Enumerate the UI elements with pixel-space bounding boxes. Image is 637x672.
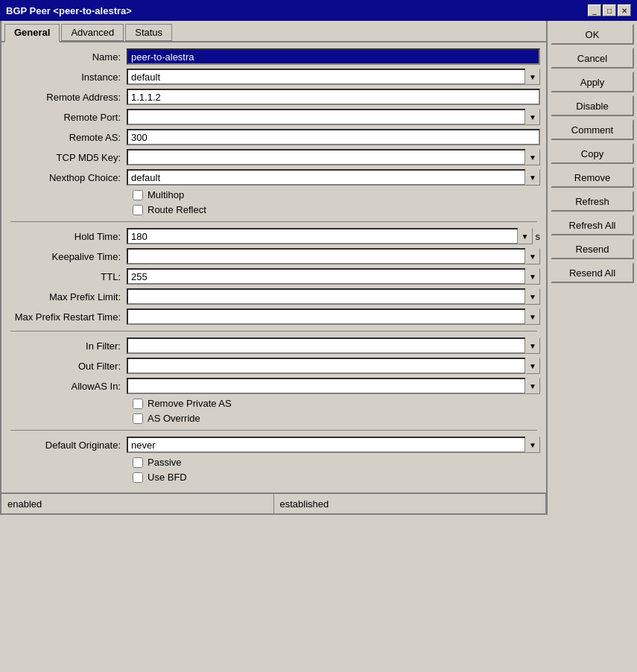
main-container: General Advanced Status Name: Instance: …: [0, 21, 637, 515]
multihop-checkbox[interactable]: [133, 190, 143, 200]
as-override-checkbox[interactable]: [133, 413, 143, 424]
hold-time-row: Hold Time: ▼ s: [7, 228, 540, 244]
remote-address-label: Remote Address:: [7, 92, 127, 103]
bgp-peer-window: BGP Peer <peer-to-alestra> _ □ ✕ General…: [0, 0, 637, 515]
refresh-button[interactable]: Refresh: [551, 191, 634, 212]
out-filter-dropdown: ▼: [127, 358, 540, 374]
status-enabled: enabled: [1, 494, 274, 513]
remote-as-input[interactable]: [127, 129, 540, 145]
passive-checkbox[interactable]: [133, 457, 143, 468]
tab-advanced[interactable]: Advanced: [61, 24, 124, 41]
instance-input[interactable]: [127, 69, 526, 85]
allowas-in-dropdown-btn[interactable]: ▼: [525, 378, 540, 394]
cancel-button[interactable]: Cancel: [551, 48, 634, 69]
passive-label: Passive: [148, 457, 182, 468]
resend-all-button[interactable]: Resend All: [551, 262, 634, 283]
nexthop-input[interactable]: [127, 169, 526, 186]
ttl-dropdown-btn[interactable]: ▼: [525, 268, 540, 285]
ok-button[interactable]: OK: [551, 24, 634, 45]
remove-private-as-row: Remove Private AS: [7, 398, 540, 409]
out-filter-input[interactable]: [127, 358, 526, 374]
in-filter-dropdown-btn[interactable]: ▼: [525, 337, 540, 354]
maximize-button[interactable]: □: [603, 4, 616, 16]
use-bfd-checkbox[interactable]: [133, 472, 143, 483]
nexthop-label: Nexthop Choice:: [7, 172, 127, 183]
apply-button[interactable]: Apply: [551, 72, 634, 92]
tcp-md5-dropdown: ▼: [127, 149, 540, 165]
remove-button[interactable]: Remove: [551, 167, 634, 188]
max-prefix-limit-dropdown-btn[interactable]: ▼: [525, 288, 540, 305]
max-prefix-limit-dropdown: ▼: [127, 288, 540, 305]
name-row: Name:: [7, 48, 540, 65]
title-bar: BGP Peer <peer-to-alestra> _ □ ✕: [0, 0, 637, 21]
copy-button[interactable]: Copy: [551, 143, 634, 164]
route-reflect-label: Route Reflect: [148, 204, 206, 215]
max-prefix-restart-label: Max Prefix Restart Time:: [7, 311, 127, 323]
route-reflect-checkbox[interactable]: [133, 205, 143, 215]
out-filter-label: Out Filter:: [7, 361, 127, 372]
default-originate-dropdown: ▼: [127, 437, 540, 453]
instance-dropdown-btn[interactable]: ▼: [525, 69, 540, 85]
hold-time-label: Hold Time:: [7, 231, 127, 242]
ttl-label: TTL:: [7, 271, 127, 282]
instance-dropdown: ▼: [127, 69, 540, 85]
tcp-md5-input[interactable]: [127, 149, 526, 165]
status-bar: enabled established: [1, 492, 546, 513]
use-bfd-row: Use BFD: [7, 472, 540, 483]
comment-button[interactable]: Comment: [551, 119, 634, 140]
close-button[interactable]: ✕: [618, 4, 631, 16]
multihop-row: Multihop: [7, 189, 540, 200]
tab-status[interactable]: Status: [125, 24, 172, 41]
default-originate-label: Default Originate:: [7, 440, 127, 451]
remote-port-dropdown-btn[interactable]: ▼: [525, 109, 540, 125]
refresh-all-button[interactable]: Refresh All: [551, 215, 634, 235]
ttl-input[interactable]: [127, 268, 526, 285]
max-prefix-limit-row: Max Prefix Limit: ▼: [7, 288, 540, 305]
nexthop-dropdown: ▼: [127, 169, 540, 186]
hold-time-dropdown-btn[interactable]: ▼: [518, 228, 533, 244]
hold-time-dropdown: ▼: [127, 228, 533, 244]
status-established: established: [274, 494, 547, 513]
remove-private-as-checkbox[interactable]: [133, 399, 143, 409]
ttl-dropdown: ▼: [127, 268, 540, 285]
out-filter-dropdown-btn[interactable]: ▼: [525, 358, 540, 374]
allowas-in-label: AllowAS In:: [7, 381, 127, 392]
out-filter-row: Out Filter: ▼: [7, 358, 540, 374]
form-area: General Advanced Status Name: Instance: …: [0, 21, 548, 515]
max-prefix-restart-dropdown-btn[interactable]: ▼: [525, 308, 540, 325]
allowas-in-input[interactable]: [127, 378, 526, 394]
tab-general[interactable]: General: [4, 24, 60, 42]
as-override-label: AS Override: [148, 413, 200, 424]
default-originate-input[interactable]: [127, 437, 526, 453]
remote-address-input[interactable]: [127, 89, 540, 105]
name-label: Name:: [7, 51, 127, 63]
nexthop-dropdown-btn[interactable]: ▼: [525, 169, 540, 186]
name-input[interactable]: [127, 48, 540, 65]
separator-3: [10, 430, 537, 431]
max-prefix-restart-input[interactable]: [127, 308, 526, 325]
window-title: BGP Peer <peer-to-alestra>: [6, 5, 132, 16]
remove-private-as-label: Remove Private AS: [148, 398, 232, 409]
resend-button[interactable]: Resend: [551, 238, 634, 259]
separator-1: [10, 221, 537, 222]
hold-time-input[interactable]: [127, 228, 519, 244]
nexthop-row: Nexthop Choice: ▼: [7, 169, 540, 186]
max-prefix-limit-input[interactable]: [127, 288, 526, 305]
keepalive-dropdown: ▼: [127, 248, 540, 264]
hold-time-suffix: s: [536, 231, 541, 242]
in-filter-row: In Filter: ▼: [7, 337, 540, 354]
keepalive-label: Keepalive Time:: [7, 251, 127, 262]
form-content: Name: Instance: ▼ Remote Address:: [1, 42, 546, 492]
remote-port-input[interactable]: [127, 109, 526, 125]
keepalive-dropdown-btn[interactable]: ▼: [525, 248, 540, 264]
minimize-button[interactable]: _: [588, 4, 601, 16]
max-prefix-restart-dropdown: ▼: [127, 308, 540, 325]
remote-port-label: Remote Port:: [7, 112, 127, 123]
allowas-in-dropdown: ▼: [127, 378, 540, 394]
disable-button[interactable]: Disable: [551, 95, 634, 116]
multihop-label: Multihop: [148, 189, 184, 200]
in-filter-input[interactable]: [127, 337, 526, 354]
tcp-md5-dropdown-btn[interactable]: ▼: [525, 149, 540, 165]
keepalive-input[interactable]: [127, 248, 526, 264]
default-originate-dropdown-btn[interactable]: ▼: [525, 437, 540, 453]
